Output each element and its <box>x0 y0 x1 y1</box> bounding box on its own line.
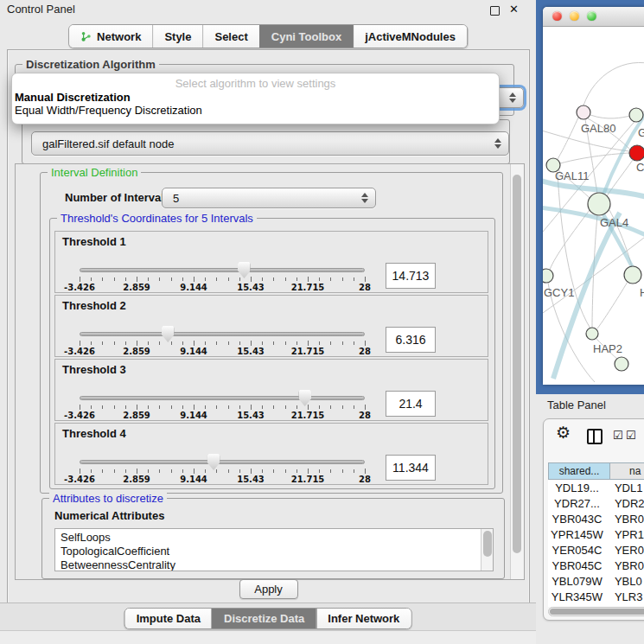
threshold-value-field[interactable]: 11.344 <box>386 455 436 481</box>
settings-scrollbar[interactable] <box>510 164 524 579</box>
tab-style[interactable]: Style <box>152 25 202 48</box>
settings-viewport: Interval Definition Number of Intervals … <box>15 163 525 580</box>
threshold-value-field[interactable]: 14.713 <box>386 263 436 289</box>
attribute-item-topologicalcoefficient[interactable]: TopologicalCoefficient <box>55 545 493 558</box>
network-node[interactable] <box>543 269 553 283</box>
table-row[interactable]: YDL19...YDL1 <box>548 480 644 495</box>
network-edge <box>558 172 590 328</box>
threshold-box-1: Threshold 1-3.4262.8599.14415.4321.71528… <box>54 231 488 293</box>
columns-icon[interactable] <box>587 429 603 444</box>
apply-button[interactable]: Apply <box>239 579 298 599</box>
threshold-slider[interactable]: -3.4262.8599.14415.4321.71528 <box>80 232 365 294</box>
tick-mark <box>296 277 297 281</box>
numerical-attributes-list[interactable]: SelfLoopsTopologicalCoefficientBetweenne… <box>54 528 494 571</box>
threshold-slider[interactable]: -3.4262.8599.14415.4321.71528 <box>80 424 365 486</box>
network-node[interactable] <box>615 357 628 371</box>
tick-mark <box>251 469 252 474</box>
table-row[interactable]: YBR043CYBR0 <box>548 511 644 526</box>
column-header-shared[interactable]: shared... <box>548 462 610 480</box>
close-icon[interactable]: ✕ <box>509 3 519 16</box>
tick-mark <box>273 341 274 345</box>
table-panel-title: Table Panel <box>547 399 606 411</box>
node-label-gal80: GAL80 <box>581 122 615 135</box>
zoom-traffic-light-icon[interactable] <box>587 11 596 21</box>
tab-impute-data[interactable]: Impute Data <box>125 609 212 628</box>
float-icon[interactable] <box>490 6 500 16</box>
algorithm-option-equal-width-frequency-discretization[interactable]: Equal Width/Frequency Discretization <box>12 104 499 117</box>
network-node[interactable] <box>629 108 643 122</box>
tick-mark <box>137 405 137 410</box>
table-data-combobox[interactable]: galFiltered.sif default node <box>31 131 509 156</box>
network-node[interactable] <box>588 193 610 215</box>
attribute-item-selfloops[interactable]: SelfLoops <box>55 531 493 545</box>
tick-mark <box>273 277 274 281</box>
slider-ticks <box>80 277 365 283</box>
number-of-intervals-combobox[interactable]: 5 <box>162 188 376 208</box>
network-node[interactable] <box>586 328 598 340</box>
tick-mark <box>319 277 320 281</box>
attribute-item-betweennesscentrality[interactable]: BetweennessCentrality <box>55 558 493 571</box>
table-row[interactable]: YPR145WYPR1 <box>548 526 644 542</box>
tab-label: Style <box>164 30 191 43</box>
tick-mark <box>308 405 309 410</box>
cell-shared-name: YDL19... <box>548 481 606 494</box>
table-header: shared... na <box>548 462 644 480</box>
threshold-slider[interactable]: -3.4262.8599.14415.4321.71528 <box>80 360 365 422</box>
threshold-slider[interactable]: -3.4262.8599.14415.4321.71528 <box>80 296 365 358</box>
tab-discretize-data[interactable]: Discretize Data <box>212 609 316 628</box>
tick-mark <box>319 341 320 345</box>
table-hscrollbar-thumb[interactable] <box>550 609 644 615</box>
slider-track[interactable] <box>80 396 365 400</box>
checkbox-checked-icon[interactable]: ☑ <box>626 429 637 442</box>
tick-label: 28 <box>359 347 371 356</box>
table-row[interactable]: YER054CYER0 <box>548 542 644 558</box>
network-node[interactable] <box>629 145 644 161</box>
tick-mark <box>137 277 137 282</box>
bottom-strip-2 <box>0 631 536 644</box>
minimize-traffic-light-icon[interactable] <box>570 11 579 21</box>
tab-network[interactable]: Network <box>69 25 152 48</box>
threshold-value-field[interactable]: 6.316 <box>386 327 436 353</box>
slider-track[interactable] <box>80 460 365 464</box>
gear-icon[interactable]: ⚙ <box>556 424 571 441</box>
attributes-scrollbar-thumb[interactable] <box>483 531 492 557</box>
network-canvas[interactable]: GAL80GACGAL11GAL4GCY1HHAP2 <box>543 26 644 385</box>
column-header-name[interactable]: na <box>610 462 644 480</box>
node-label-gal11: GAL11 <box>555 169 590 182</box>
network-edge <box>597 282 628 328</box>
tab-cyni-toolbox[interactable]: Cyni Toolbox <box>259 25 353 48</box>
tick-label: -3.426 <box>64 283 95 292</box>
tick-label: 9.144 <box>180 411 207 420</box>
table-hscrollbar[interactable] <box>548 607 644 616</box>
network-node[interactable] <box>577 105 590 119</box>
slider-ticks <box>80 341 365 347</box>
attributes-groupbox: Attributes to discretize Numerical Attri… <box>41 498 505 579</box>
table-row[interactable]: YLR345WYLR3 <box>548 589 644 604</box>
table-row[interactable]: YBL079WYBL0 <box>548 573 644 589</box>
settings-scrollbar-thumb[interactable] <box>513 175 521 553</box>
tab-select[interactable]: Select <box>202 25 258 48</box>
tick-mark <box>91 469 92 473</box>
checkbox-checked-icon[interactable]: ☑ <box>613 429 624 442</box>
table-row[interactable]: YBR045CYBR0 <box>548 558 644 573</box>
tick-mark <box>262 405 263 409</box>
attributes-group-title: Attributes to discretize <box>49 492 167 505</box>
close-traffic-light-icon[interactable] <box>552 11 562 21</box>
slider-track[interactable] <box>80 268 365 272</box>
cell-shared-name: YBL079W <box>548 575 606 588</box>
slider-track[interactable] <box>80 332 365 336</box>
tick-mark <box>159 277 160 281</box>
algorithm-option-manual-discretization[interactable]: Manual Discretization <box>12 91 499 104</box>
network-node[interactable] <box>624 266 641 284</box>
tab-infer-network[interactable]: Infer Network <box>316 609 411 628</box>
tab-jactivemnodules[interactable]: jActiveMNodules <box>353 25 467 48</box>
tick-mark <box>137 469 137 474</box>
threshold-value-field[interactable]: 21.4 <box>386 391 436 417</box>
tab-label: Impute Data <box>137 612 201 625</box>
tick-mark <box>148 277 149 281</box>
node-label-h: H <box>640 286 644 299</box>
tick-label: -3.426 <box>64 411 95 420</box>
attributes-scrollbar[interactable] <box>481 529 493 571</box>
table-row[interactable]: YDR27...YDR2 <box>548 495 644 511</box>
tick-mark <box>148 405 149 409</box>
